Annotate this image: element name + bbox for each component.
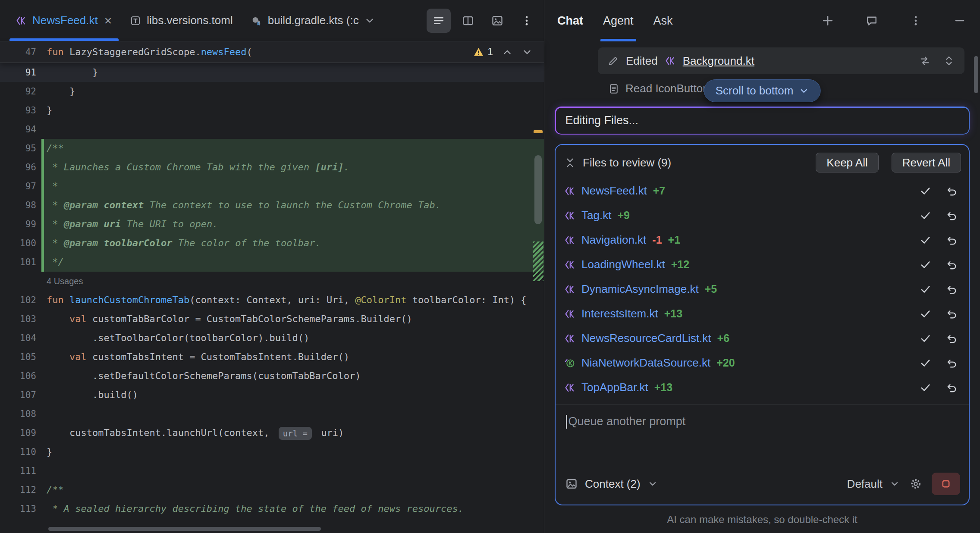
code-line[interactable]: 95/** xyxy=(0,139,544,158)
attach-image-icon[interactable] xyxy=(565,477,578,490)
editor-layout-list-icon[interactable] xyxy=(427,9,451,33)
code-line[interactable]: 109 customTabsIntent.launchUrl(context, … xyxy=(0,423,544,442)
line-number[interactable]: 104 xyxy=(0,329,41,348)
line-number[interactable]: 108 xyxy=(0,404,41,423)
usages-hint[interactable]: 4 Usages xyxy=(41,276,83,286)
code-line[interactable]: 96 * Launches a Custom Chrome Tab with t… xyxy=(0,158,544,177)
show-diff-icon[interactable] xyxy=(919,55,931,67)
code-line[interactable]: 98 * @param context The context to use t… xyxy=(0,196,544,215)
revert-file-icon[interactable] xyxy=(942,185,962,197)
code-line[interactable]: 94 xyxy=(0,120,544,139)
editor-vertical-scrollbar[interactable] xyxy=(534,155,542,224)
previous-problem-chevron-icon[interactable] xyxy=(502,47,513,58)
code-line[interactable]: 104 .setToolbarColor(toolbarColor).build… xyxy=(0,329,544,348)
accept-file-check-icon[interactable] xyxy=(915,185,936,197)
code-line[interactable]: 99 * @param uri The URI to open. xyxy=(0,215,544,234)
code-line[interactable]: 107 .build() xyxy=(0,386,544,404)
preview-image-icon[interactable] xyxy=(485,9,509,33)
model-chevron-icon[interactable] xyxy=(889,479,900,489)
code-line[interactable]: 108 xyxy=(0,404,544,423)
accept-file-check-icon[interactable] xyxy=(915,283,936,295)
revert-all-button[interactable]: Revert All xyxy=(892,153,961,172)
code-line[interactable]: 93} xyxy=(0,101,544,120)
file-review-row[interactable]: Navigation.kt-1+1 xyxy=(564,228,962,252)
file-link[interactable]: NewsResourceCardList.kt xyxy=(581,332,711,345)
line-number[interactable]: 96 xyxy=(0,158,41,177)
file-link[interactable]: NiaNetworkDataSource.kt xyxy=(581,356,710,370)
split-editor-icon[interactable] xyxy=(456,9,480,33)
edited-file-step[interactable]: Edited Background.kt xyxy=(598,47,964,74)
file-review-row[interactable]: LoadingWheel.kt+12 xyxy=(564,252,962,277)
line-number[interactable]: 105 xyxy=(0,348,41,367)
close-tab-icon[interactable]: × xyxy=(104,15,113,26)
code-line[interactable]: 106 .setDefaultColorSchemeParams(customT… xyxy=(0,367,544,386)
line-number[interactable]: 113 xyxy=(0,499,41,518)
next-problem-chevron-icon[interactable] xyxy=(521,47,533,58)
accept-file-check-icon[interactable] xyxy=(915,382,936,393)
scrollbar-warning-mark[interactable] xyxy=(534,130,543,133)
line-number[interactable]: 110 xyxy=(0,442,41,461)
usages-inlay-row[interactable]: 4 Usages xyxy=(0,272,544,291)
code-line[interactable]: 105 val customTabsIntent = CustomTabsInt… xyxy=(0,348,544,367)
line-number[interactable]: 101 xyxy=(0,253,41,272)
context-selector[interactable]: Context (2) xyxy=(585,477,641,491)
code-line[interactable]: 92 } xyxy=(0,82,544,101)
code-line[interactable]: 110} xyxy=(0,442,544,461)
scrollbar-changed-lines-mark[interactable] xyxy=(533,241,543,281)
context-chevron-icon[interactable] xyxy=(647,479,658,489)
file-link[interactable]: Tag.kt xyxy=(581,209,611,222)
file-link[interactable]: InterestsItem.kt xyxy=(581,307,658,320)
line-number[interactable]: 95 xyxy=(0,139,41,158)
line-number[interactable]: 102 xyxy=(0,291,41,310)
accept-file-check-icon[interactable] xyxy=(915,357,936,369)
editor-horizontal-scrollbar[interactable] xyxy=(48,527,321,531)
file-link[interactable]: Navigation.kt xyxy=(581,233,646,247)
file-review-row[interactable]: InterestsItem.kt+13 xyxy=(564,301,962,326)
accept-file-check-icon[interactable] xyxy=(915,234,936,246)
new-chat-plus-icon[interactable] xyxy=(818,11,838,31)
accept-file-check-icon[interactable] xyxy=(915,259,936,270)
sticky-declaration-line[interactable]: 47 fun LazyStaggeredGridScope.newsFeed( … xyxy=(0,41,544,63)
tab-libs-versions-toml[interactable]: libs.versions.toml xyxy=(121,0,241,41)
hide-panel-icon[interactable] xyxy=(950,11,970,31)
file-link[interactable]: TopAppBar.kt xyxy=(581,381,648,394)
line-number[interactable]: 91 xyxy=(0,63,41,82)
tab-agent[interactable]: Agent xyxy=(603,0,634,41)
line-number[interactable]: 93 xyxy=(0,101,41,120)
editor-options-kebab-icon[interactable] xyxy=(515,9,539,33)
code-line[interactable]: 111 xyxy=(0,461,544,480)
model-selector[interactable]: Default xyxy=(847,477,883,491)
revert-file-icon[interactable] xyxy=(942,308,962,320)
accept-file-check-icon[interactable] xyxy=(915,210,936,221)
code-line[interactable]: 103 val customTabBarColor = CustomTabCol… xyxy=(0,310,544,329)
revert-file-icon[interactable] xyxy=(942,332,962,344)
revert-file-icon[interactable] xyxy=(942,234,962,246)
file-review-row[interactable]: NiaNetworkDataSource.kt+20 xyxy=(564,351,962,375)
code-line[interactable]: 100 * @param toolbarColor The color of t… xyxy=(0,234,544,253)
expand-step-icon[interactable] xyxy=(943,55,955,67)
line-number[interactable]: 111 xyxy=(0,461,41,480)
file-link[interactable]: LoadingWheel.kt xyxy=(581,258,665,271)
chat-options-kebab-icon[interactable] xyxy=(906,11,926,31)
line-number[interactable]: 109 xyxy=(0,423,41,442)
file-review-row[interactable]: DynamicAsyncImage.kt+5 xyxy=(564,277,962,301)
line-number[interactable]: 112 xyxy=(0,480,41,499)
code-line[interactable]: 91 } xyxy=(0,63,544,82)
tab-newsfeed[interactable]: NewsFeed.kt × xyxy=(7,0,121,41)
revert-file-icon[interactable] xyxy=(942,283,962,295)
revert-file-icon[interactable] xyxy=(942,382,962,393)
file-review-row[interactable]: Tag.kt+9 xyxy=(564,203,962,228)
code-line[interactable]: 97 * xyxy=(0,177,544,196)
chat-history-icon[interactable] xyxy=(862,11,882,31)
tab-ask[interactable]: Ask xyxy=(653,0,673,41)
code-line[interactable]: 113 * A sealed hierarchy describing the … xyxy=(0,499,544,518)
file-link[interactable]: DynamicAsyncImage.kt xyxy=(581,282,699,296)
prompt-textarea[interactable]: Queue another prompt xyxy=(556,404,969,470)
code-line[interactable]: 101 */ xyxy=(0,253,544,272)
line-number[interactable]: 106 xyxy=(0,367,41,386)
stop-generation-button[interactable] xyxy=(932,473,960,495)
revert-file-icon[interactable] xyxy=(942,357,962,369)
revert-file-icon[interactable] xyxy=(942,259,962,270)
revert-file-icon[interactable] xyxy=(942,210,962,221)
line-number[interactable]: 103 xyxy=(0,310,41,329)
